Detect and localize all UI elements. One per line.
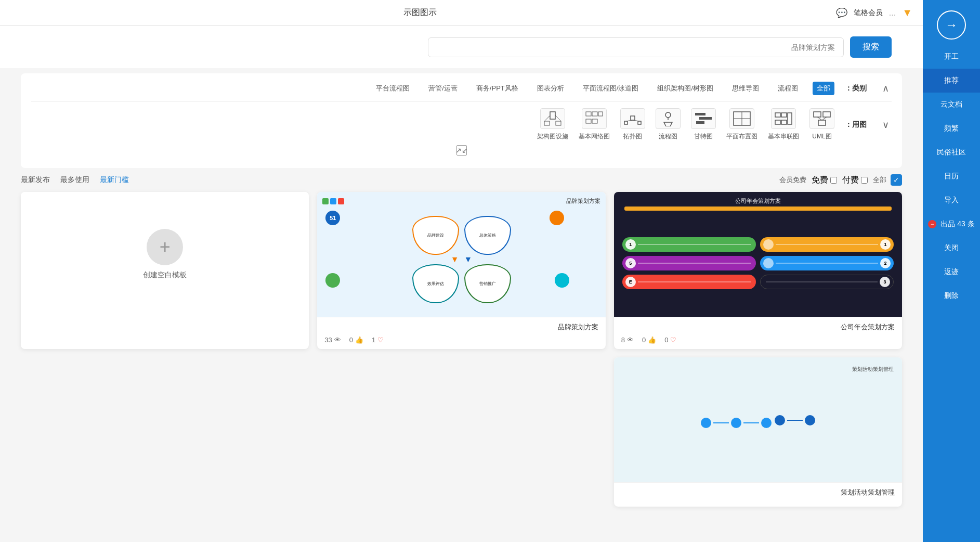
flowchart2-label: 流程图 — [659, 132, 677, 141]
card-2[interactable]: + 创建空白模板 — [21, 192, 309, 349]
count-label: 出品 43 条 — [940, 220, 974, 228]
sidebar-item-delete[interactable]: 删除 — [923, 284, 980, 308]
basic-serial-icon-box — [771, 108, 796, 129]
minus-icon: − — [928, 220, 936, 228]
filter-flowchart2[interactable]: 流程图 — [656, 108, 681, 141]
svg-rect-29 — [550, 112, 555, 119]
sidebar-item-count[interactable]: 出品 43 条 − — [923, 212, 980, 236]
svg-rect-28 — [592, 119, 597, 123]
flowchart2-icon-box — [656, 108, 681, 129]
basic-network-label: 基本网络图 — [579, 132, 610, 141]
eye-icon: 👁 — [627, 336, 634, 344]
collapse-toggle[interactable]: ∧ — [879, 82, 892, 95]
expand-toggle[interactable]: ∨ — [879, 119, 892, 131]
free-checkbox[interactable] — [830, 177, 837, 184]
expand-icon[interactable]: ↙↗ — [456, 145, 467, 156]
expand-area[interactable]: ↙↗ — [31, 145, 892, 156]
card-3-slide-title: 策划活动策划管理 — [622, 366, 894, 373]
filter-topology[interactable]: 拓扑图 — [620, 108, 645, 141]
card-0-title: 公司年会策划方案 — [621, 322, 895, 332]
sidebar-item-cloud[interactable]: 云文档 — [923, 93, 980, 117]
svg-rect-24 — [586, 112, 591, 116]
card-1-image: 品牌策划方案 总体策略 — [317, 192, 605, 317]
filter-zuzhijiagou[interactable]: 组织架构图/树形图 — [653, 82, 717, 95]
card-1[interactable]: 品牌策划方案 总体策略 — [317, 192, 605, 349]
sidebar-item-import[interactable]: 导入 — [923, 188, 980, 212]
card-1-footer: 品牌策划方案 ♡ 1 👍 0 👁 33 — [317, 317, 605, 349]
sidebar-item-close[interactable]: 关闭 — [923, 236, 980, 260]
filter-pingmian[interactable]: 平面流程图/泳道图 — [579, 82, 643, 95]
card-3-title: 策划活动策划管理 — [621, 488, 895, 497]
arrow-right-icon: → — [945, 18, 958, 32]
sidebar-item-calendar[interactable]: 日历 — [923, 164, 980, 188]
svg-rect-9 — [788, 113, 792, 124]
vip-label: 付费 — [842, 175, 859, 186]
uml-label: UML图 — [812, 132, 831, 141]
main-content: ▼ ... 笔格会员 💬 示图图示 搜索 ∧ 类别： 全部 流程图 思维导图 组… — [0, 0, 923, 542]
sort-most-new[interactable]: 最新发布 — [21, 175, 50, 185]
chat-icon[interactable]: 💬 — [836, 7, 847, 19]
svg-rect-26 — [598, 112, 603, 116]
filter-liuchengtu[interactable]: 流程图 — [774, 82, 802, 95]
filter-basic-network[interactable]: 基本网络图 — [579, 108, 610, 141]
fee-all-label: 全部 — [873, 175, 886, 185]
search-button[interactable]: 搜索 — [850, 36, 892, 58]
filter-all[interactable]: 全部 — [813, 82, 834, 95]
category-filter-row: ∧ 类别： 全部 流程图 思维导图 组织架构图/树形图 平面流程图/泳道图 图表… — [31, 82, 892, 95]
filter-floor-plan[interactable]: 平面布置图 — [726, 108, 757, 141]
vip-checkbox[interactable] — [861, 177, 868, 184]
member-free-label: 会员免费 — [779, 175, 806, 185]
sort-popular[interactable]: 最新门槛 — [100, 175, 129, 185]
svg-line-22 — [626, 120, 633, 121]
svg-line-23 — [633, 120, 639, 121]
breadcrumb-separator: ... — [889, 8, 896, 18]
free-check-item[interactable]: 免费 — [812, 175, 837, 186]
card-0-views: 👁 8 — [621, 336, 634, 344]
svg-rect-27 — [586, 119, 591, 123]
svg-rect-21 — [638, 121, 641, 124]
filter-uml[interactable]: UML图 — [809, 108, 834, 141]
filter-basic-serial[interactable]: 基本串联图 — [768, 108, 799, 141]
card-2-image: + 创建空白模板 — [21, 192, 309, 317]
sidebar-item-back[interactable]: 返迹 — [923, 260, 980, 284]
filter-shangwu[interactable]: 商务/PPT风格 — [472, 82, 522, 95]
filter-gantt[interactable]: 甘特图 — [691, 108, 716, 141]
svg-rect-13 — [695, 113, 705, 115]
sidebar-arrow-button[interactable]: → — [937, 10, 966, 40]
card-0[interactable]: 公司年会策划方案 1 1 — [614, 192, 902, 349]
card-3-footer: 策划活动策划管理 — [614, 482, 902, 507]
svg-rect-32 — [544, 121, 550, 125]
basic-network-icon-box — [582, 108, 607, 129]
filter-siwei[interactable]: 思维导图 — [728, 82, 763, 95]
sidebar: → 开工 推荐 云文档 频繁 民俗社区 日历 导入 出品 43 条 − 关闭 返… — [923, 0, 980, 542]
filter-infrastructure[interactable]: 架构图设施 — [537, 108, 568, 141]
sidebar-item-recommend[interactable]: 推荐 — [923, 69, 980, 93]
filter-more1[interactable]: 营管/运营 — [424, 82, 462, 95]
filter-tubiaofenxi[interactable]: 图表分析 — [533, 82, 568, 95]
sidebar-item-frequent[interactable]: 频繁 — [923, 117, 980, 140]
topbar-title: 示图图示 — [10, 7, 830, 18]
card-0-footer: 公司年会策划方案 ♡ 0 👍 0 👁 8 — [614, 317, 902, 349]
card-3[interactable]: 策划活动策划管理 — [614, 357, 902, 507]
sort-most-use[interactable]: 最多使用 — [60, 175, 89, 185]
fee-filter-group: ✓ 全部 — [873, 174, 902, 186]
sort-bar: ✓ 全部 付费 免费 会员免费 最新门槛 最多使用 最新发布 — [21, 174, 902, 186]
all-check[interactable]: ✓ — [891, 174, 902, 186]
svg-line-3 — [817, 117, 822, 120]
filter-section: ∧ 类别： 全部 流程图 思维导图 组织架构图/树形图 平面流程图/泳道图 图表… — [21, 73, 902, 168]
thumbs-icon-1: 👍 — [355, 336, 363, 344]
search-input[interactable] — [428, 37, 844, 57]
topbar: ▼ ... 笔格会员 💬 示图图示 — [0, 0, 923, 26]
svg-rect-0 — [814, 112, 821, 117]
sidebar-item-kaigong[interactable]: 开工 — [923, 45, 980, 69]
sidebar-item-community[interactable]: 民俗社区 — [923, 140, 980, 164]
svg-rect-25 — [592, 112, 597, 116]
vip-check-item[interactable]: 付费 — [842, 175, 868, 186]
svg-line-31 — [555, 115, 561, 121]
filter-more2[interactable]: 平台流程图 — [372, 82, 414, 95]
svg-rect-1 — [823, 112, 830, 117]
type-label: 用图： — [845, 120, 867, 130]
sort-right: 最新门槛 最多使用 最新发布 — [21, 175, 129, 185]
svg-rect-8 — [781, 120, 787, 124]
svg-point-16 — [665, 112, 671, 118]
